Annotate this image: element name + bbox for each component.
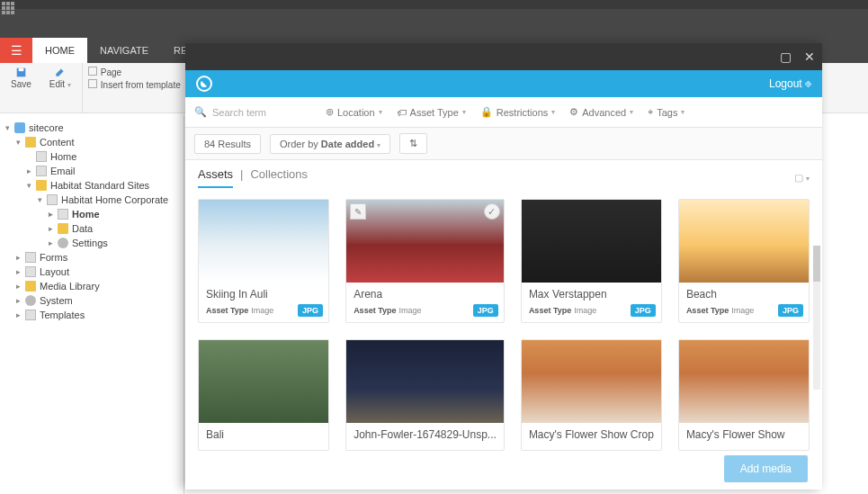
- filter-restrictions[interactable]: 🔒Restrictions▾: [480, 106, 555, 118]
- filter-advanced[interactable]: ⚙Advanced▾: [569, 106, 633, 118]
- search-icon: 🔍: [194, 106, 207, 118]
- save-button[interactable]: Save: [5, 66, 37, 91]
- save-label: Save: [11, 79, 31, 89]
- tab-navigate[interactable]: NAVIGATE: [87, 38, 161, 63]
- asset-thumbnail: [679, 200, 809, 283]
- asset-title: Skiing In Auli: [206, 288, 321, 301]
- svg-rect-1: [19, 68, 24, 71]
- results-count: 84 Results: [194, 134, 261, 154]
- asset-card[interactable]: John-Fowler-1674829-Unsp...: [345, 339, 505, 451]
- asset-title: John-Fowler-1674829-Unsp...: [353, 428, 497, 441]
- asset-card[interactable]: Skiing In AuliAsset TypeImageJPG: [198, 199, 329, 323]
- tree-content[interactable]: ▾Content: [4, 135, 180, 149]
- save-icon: [16, 67, 26, 77]
- asset-title: Max Verstappen: [529, 288, 654, 301]
- order-by[interactable]: Order by Date added ▾: [270, 134, 390, 154]
- select-icon[interactable]: ✓: [484, 203, 500, 220]
- close-icon[interactable]: ✕: [804, 49, 815, 64]
- asset-card[interactable]: ✎✓ArenaAsset TypeImageJPG: [345, 199, 505, 323]
- content-tree: ▾sitecore ▾Content Home ▸Email ▾Habitat …: [0, 115, 184, 494]
- tree-habitat-corp[interactable]: ▾Habitat Home Corporate: [4, 193, 180, 207]
- tab-assets[interactable]: Assets: [198, 167, 233, 188]
- tree-habitat-sites[interactable]: ▾Habitat Standard Sites: [4, 178, 180, 193]
- edit-icon: [55, 67, 65, 77]
- tree-home0[interactable]: Home: [4, 149, 180, 164]
- asset-thumbnail: [199, 200, 328, 283]
- asset-card[interactable]: Bali: [198, 339, 329, 451]
- asset-title: Beach: [686, 288, 801, 301]
- maximize-icon[interactable]: ▢: [780, 49, 792, 64]
- format-badge: JPG: [473, 304, 498, 317]
- sort-direction[interactable]: ⇅: [399, 133, 427, 154]
- tab-collections[interactable]: Collections: [250, 167, 308, 188]
- format-badge: JPG: [298, 304, 323, 317]
- add-media-button[interactable]: Add media: [724, 455, 808, 482]
- tab-home[interactable]: HOME: [32, 38, 87, 63]
- asset-card[interactable]: Macy's Flower Show Crop: [521, 339, 662, 451]
- tree-media[interactable]: ▸Media Library: [4, 279, 180, 293]
- tree-system[interactable]: ▸System: [4, 293, 180, 308]
- asset-title: Macy's Flower Show: [686, 428, 801, 441]
- asset-title: Macy's Flower Show Crop: [529, 428, 654, 441]
- format-badge: JPG: [631, 304, 656, 317]
- app-grid-icon[interactable]: [2, 2, 16, 16]
- tree-layout[interactable]: ▸Layout: [4, 265, 180, 279]
- asset-card[interactable]: Macy's Flower Show: [678, 339, 810, 451]
- brand-logo: [196, 76, 212, 92]
- asset-thumbnail: [346, 200, 504, 283]
- asset-title: Bali: [206, 428, 321, 441]
- asset-title: Arena: [353, 288, 497, 301]
- logout-link[interactable]: Logout ⎆: [769, 77, 811, 90]
- view-toggle[interactable]: ▢ ▾: [794, 172, 810, 184]
- tree-email[interactable]: ▸Email: [4, 164, 180, 178]
- asset-thumbnail: [679, 340, 809, 423]
- tree-templates[interactable]: ▸Templates: [4, 308, 180, 322]
- tree-forms[interactable]: ▸Forms: [4, 250, 180, 265]
- tree-settings[interactable]: ▸Settings: [4, 236, 180, 250]
- overlay-search[interactable]: Search term: [212, 107, 266, 118]
- media-picker-dialog: ▢ ✕ Logout ⎆ 🔍Search term ⊚Location▾ 🏷As…: [185, 43, 822, 490]
- asset-card[interactable]: BeachAsset TypeImageJPG: [678, 199, 810, 323]
- tree-home[interactable]: ▸Home: [4, 207, 180, 221]
- asset-thumbnail: [522, 200, 661, 283]
- edit-label: Edit: [49, 79, 65, 89]
- edit-button[interactable]: Edit ▾: [44, 66, 76, 91]
- asset-card[interactable]: Max VerstappenAsset TypeImageJPG: [521, 199, 662, 323]
- filter-tags[interactable]: ⌖Tags▾: [648, 106, 685, 118]
- hamburger-icon[interactable]: ☰: [0, 38, 32, 63]
- filter-location[interactable]: ⊚Location▾: [326, 106, 382, 118]
- asset-thumbnail: [199, 340, 328, 423]
- asset-thumbnail: [522, 340, 661, 423]
- edit-icon[interactable]: ✎: [350, 203, 366, 220]
- format-badge: JPG: [778, 304, 803, 317]
- scrollbar[interactable]: [813, 246, 820, 390]
- asset-thumbnail: [346, 340, 504, 423]
- tree-sitecore[interactable]: ▾sitecore: [4, 121, 180, 135]
- tree-data[interactable]: ▸Data: [4, 221, 180, 236]
- filter-asset-type[interactable]: 🏷Asset Type▾: [397, 107, 466, 118]
